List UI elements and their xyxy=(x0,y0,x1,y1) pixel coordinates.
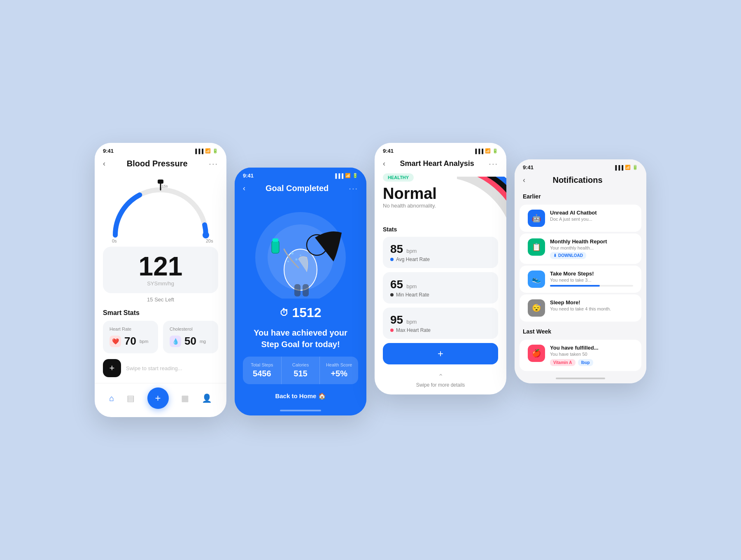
svg-rect-17 xyxy=(294,284,301,296)
home-indicator-white xyxy=(280,410,321,411)
battery-icon-4: 🔋 xyxy=(632,165,638,170)
bottom-nav-1: ⌂ ▤ + ▦ 👤 xyxy=(95,383,226,417)
stats-section-title: Stats xyxy=(383,226,498,233)
notif-sleep-sub: You need to take 4 this month. xyxy=(550,306,633,311)
max-hr-card: 95 bpm Max Heart Rate xyxy=(383,308,498,339)
heart-rate-card: Heart Rate ❤️ 70 bpm xyxy=(103,321,158,353)
download-badge[interactable]: ⬇ DOWNLOAD xyxy=(550,252,586,259)
battery-icon-3: 🔋 xyxy=(492,148,498,154)
notif-ai-title: Unread AI Chatbot xyxy=(550,210,633,216)
phone-heart-analysis: 9:41 ▐▐▐ 📶 🔋 ‹ Smart Heart Analysis ··· … xyxy=(375,143,506,394)
phone-blood-pressure: 9:41 ▐▐▐ 📶 🔋 ‹ Blood Pressure ··· xyxy=(95,143,226,417)
status-bar-4: 9:41 ▐▐▐ 📶 🔋 xyxy=(515,159,646,174)
nav-doc-icon[interactable]: ▤ xyxy=(127,393,135,403)
battery-icon-2: 🔋 xyxy=(352,173,358,178)
min-hr-label: Min Heart Rate xyxy=(396,292,429,298)
svg-point-14 xyxy=(296,259,298,261)
goal-steps-display: ⏱ 1512 xyxy=(235,299,366,324)
phone-notifications: 9:41 ▐▐▐ 📶 🔋 ‹ Notifications Earlier 🤖 U… xyxy=(515,159,646,383)
notif-icon-sleep: 😴 xyxy=(528,299,545,317)
chevron-up-icon: ⌃ xyxy=(375,373,506,380)
avg-hr-card: 85 bpm Avg Heart Rate xyxy=(383,237,498,268)
avg-hr-unit: bpm xyxy=(406,248,417,254)
heart-rate-label: Heart Rate xyxy=(110,327,151,331)
notif-ai-sub: Doc A just sent you... xyxy=(550,217,633,222)
notif-item-monthly[interactable]: 📋 Monthly Health Report Your monthly hea… xyxy=(520,233,641,264)
notif-header: ‹ Notifications xyxy=(515,174,646,191)
steps-progress-fill xyxy=(550,285,600,287)
nav-fab-button[interactable]: + xyxy=(147,387,169,409)
nav-chart-icon[interactable]: ▦ xyxy=(181,393,189,403)
avg-hr-label: Avg Heart Rate xyxy=(396,257,430,262)
status-bar-3: 9:41 ▐▐▐ 📶 🔋 xyxy=(375,143,506,157)
goal-menu-button[interactable]: ··· xyxy=(349,184,358,193)
max-hr-label: Max Heart Rate xyxy=(396,327,431,333)
svg-rect-12 xyxy=(273,238,278,242)
wifi-icon-3: 📶 xyxy=(485,148,491,154)
health-score-stat: Health Score +5% xyxy=(320,357,358,384)
nav-home-icon[interactable]: ⌂ xyxy=(109,394,114,403)
cholesterol-unit: mg xyxy=(200,339,206,344)
bp-timer: 15 Sec Left xyxy=(95,293,226,309)
cholesterol-card: Cholesterol 💧 50 mg xyxy=(163,321,218,353)
status-icons-4: ▐▐▐ 📶 🔋 xyxy=(614,165,638,170)
notif-steps-sub: You need to take 3... xyxy=(550,278,633,282)
svg-rect-1 xyxy=(158,180,163,184)
total-steps-label: Total Steps xyxy=(246,362,278,367)
min-hr-unit: bpm xyxy=(406,283,417,289)
sha-menu-button[interactable]: ··· xyxy=(489,159,498,168)
home-indicator-4 xyxy=(556,378,605,379)
battery-icon-1: 🔋 xyxy=(212,148,218,154)
notif-item-steps[interactable]: 👟 Take More Steps! You need to take 3... xyxy=(520,266,641,293)
bp-menu-button[interactable]: ··· xyxy=(209,159,218,168)
notif-back-button[interactable]: ‹ xyxy=(523,176,525,184)
swipe-text: Swipe to start reading... xyxy=(126,365,182,371)
sha-header: ‹ Smart Heart Analysis ··· xyxy=(375,157,506,173)
notif-item-fulfilled[interactable]: 🍎 You have fulfilled... You have taken 5… xyxy=(520,340,641,371)
notif-icon-ai: 🤖 xyxy=(528,210,545,227)
notif-content-sleep: Sleep More! You need to take 4 this mont… xyxy=(550,299,633,317)
goal-stats-row: Total Steps 5456 Calories 515 Health Sco… xyxy=(243,357,358,384)
notif-item-sleep[interactable]: 😴 Sleep More! You need to take 4 this mo… xyxy=(520,294,641,322)
calories-label: Calories xyxy=(285,362,317,367)
add-reading-button[interactable]: + xyxy=(103,359,121,377)
dot-red-max xyxy=(390,329,394,332)
svg-point-16 xyxy=(300,254,301,256)
sha-title: Smart Heart Analysis xyxy=(400,159,474,168)
bp-header: ‹ Blood Pressure ··· xyxy=(95,157,226,173)
goal-illustration xyxy=(235,200,366,299)
signal-icon-2: ▐▐▐ xyxy=(334,173,343,178)
notif-fulfilled-title: You have fulfilled... xyxy=(550,345,633,351)
download-icon: ⬇ xyxy=(553,253,557,258)
smart-stats-title: Smart Stats xyxy=(95,309,226,321)
svg-rect-11 xyxy=(272,241,279,253)
notif-content-ai: Unread AI Chatbot Doc A just sent you... xyxy=(550,210,633,227)
nav-person-icon[interactable]: 👤 xyxy=(202,393,212,403)
min-hr-label-row: Min Heart Rate xyxy=(390,292,491,298)
notif-item-ai[interactable]: 🤖 Unread AI Chatbot Doc A just sent you.… xyxy=(520,205,641,232)
max-hr-unit: bpm xyxy=(406,319,417,325)
wifi-icon-2: 📶 xyxy=(345,173,351,178)
sha-back-button[interactable]: ‹ xyxy=(383,159,385,168)
back-to-home-button[interactable]: Back to Home 🏠 xyxy=(235,384,366,410)
notif-fulfilled-sub: You have taken 50 xyxy=(550,352,633,357)
tag-ibup: Ibup xyxy=(578,359,593,366)
svg-point-15 xyxy=(287,261,289,262)
download-label: DOWNLOAD xyxy=(558,253,583,258)
svg-text:0s: 0s xyxy=(112,238,117,243)
dot-dark-min xyxy=(390,293,394,296)
bp-back-button[interactable]: ‹ xyxy=(103,159,105,168)
tag-row: Vitamin A Ibup xyxy=(550,359,633,366)
time-2: 9:41 xyxy=(243,173,254,179)
notif-content-steps: Take More Steps! You need to take 3... xyxy=(550,271,633,288)
goal-back-button[interactable]: ‹ xyxy=(243,184,245,193)
notif-title: Notifications xyxy=(552,175,602,185)
sha-add-button[interactable]: + xyxy=(383,343,498,364)
steps-count: ⏱ 1512 xyxy=(235,305,366,320)
max-hr-label-row: Max Heart Rate xyxy=(390,327,491,333)
dot-blue-avg xyxy=(390,258,394,261)
last-week-title: Last Week xyxy=(515,323,646,338)
min-hr-value: 65 xyxy=(390,278,403,291)
status-icons-3: ▐▐▐ 📶 🔋 xyxy=(474,148,498,154)
steps-progress-bar xyxy=(550,285,633,287)
